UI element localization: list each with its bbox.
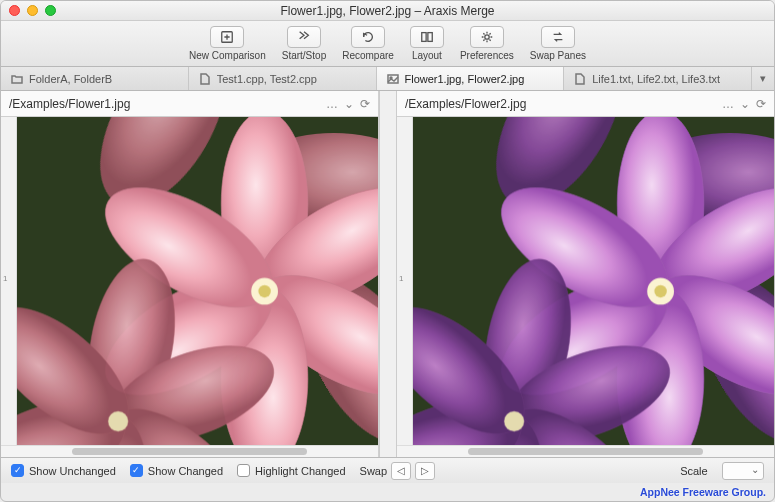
start-stop-button[interactable]: Start/Stop — [276, 24, 332, 63]
path-refresh-button[interactable]: ⟳ — [756, 97, 766, 111]
right-hscrollbar[interactable] — [397, 445, 774, 457]
right-pathbar: /Examples/Flower2.jpg … ⌄ ⟳ — [397, 91, 774, 117]
tab-label: Test1.cpp, Test2.cpp — [217, 73, 317, 85]
svg-rect-4 — [428, 33, 432, 42]
close-window-button[interactable] — [9, 5, 20, 16]
left-ruler: 1 — [1, 117, 17, 445]
svg-point-45 — [504, 411, 524, 431]
start-stop-icon — [287, 26, 321, 48]
left-path: /Examples/Flower1.jpg — [9, 97, 130, 111]
swap-panes-button[interactable]: Swap Panes — [524, 24, 592, 63]
tab-label: Life1.txt, Life2.txt, Life3.txt — [592, 73, 720, 85]
image-icon — [387, 73, 399, 85]
tab-tests[interactable]: Test1.cpp, Test2.cpp — [189, 67, 377, 90]
checkbox-icon — [237, 464, 250, 477]
left-image[interactable] — [17, 117, 378, 445]
new-comparison-button[interactable]: New Comparison — [183, 24, 272, 63]
show-unchanged-checkbox[interactable]: Show Unchanged — [11, 464, 116, 477]
scale-dropdown[interactable] — [722, 462, 764, 480]
layout-icon — [410, 26, 444, 48]
window-title: Flower1.jpg, Flower2.jpg – Araxis Merge — [1, 4, 774, 18]
tab-folders[interactable]: FolderA, FolderB — [1, 67, 189, 90]
maximize-window-button[interactable] — [45, 5, 56, 16]
left-pane: /Examples/Flower1.jpg … ⌄ ⟳ 1 — [1, 91, 379, 457]
svg-rect-3 — [422, 33, 426, 42]
left-hscrollbar[interactable] — [1, 445, 378, 457]
preferences-button[interactable]: Preferences — [454, 24, 520, 63]
checkbox-icon — [11, 464, 24, 477]
file-icon — [199, 73, 211, 85]
svg-point-5 — [485, 35, 489, 39]
tab-overflow-button[interactable]: ▾ — [752, 67, 774, 90]
swap-panes-icon — [541, 26, 575, 48]
footer: Show Unchanged Show Changed Highlight Ch… — [1, 457, 774, 483]
watermark: AppNee Freeware Group. — [640, 486, 766, 498]
pane-divider[interactable] — [379, 91, 397, 457]
minimize-window-button[interactable] — [27, 5, 38, 16]
tab-life[interactable]: Life1.txt, Life2.txt, Life3.txt — [564, 67, 752, 90]
tabbar: FolderA, FolderB Test1.cpp, Test2.cpp Fl… — [1, 67, 774, 91]
right-pane: /Examples/Flower2.jpg … ⌄ ⟳ 1 — [397, 91, 774, 457]
path-chevron-down-icon[interactable]: ⌄ — [344, 97, 354, 111]
swap-left-button[interactable]: ◁ — [391, 462, 411, 480]
layout-button[interactable]: Layout — [404, 24, 450, 63]
titlebar: Flower1.jpg, Flower2.jpg – Araxis Merge — [1, 1, 774, 21]
tab-label: FolderA, FolderB — [29, 73, 112, 85]
svg-point-19 — [258, 285, 270, 297]
tab-flowers[interactable]: Flower1.jpg, Flower2.jpg — [377, 67, 565, 90]
svg-point-38 — [654, 285, 666, 297]
highlight-changed-checkbox[interactable]: Highlight Changed — [237, 464, 346, 477]
right-path: /Examples/Flower2.jpg — [405, 97, 526, 111]
folder-icon — [11, 73, 23, 85]
swap-label: Swap — [360, 465, 388, 477]
traffic-lights — [9, 5, 56, 16]
comparison-area: /Examples/Flower1.jpg … ⌄ ⟳ 1 — [1, 91, 774, 457]
swap-right-button[interactable]: ▷ — [415, 462, 435, 480]
file-icon — [574, 73, 586, 85]
recompare-icon — [351, 26, 385, 48]
toolbar: New Comparison Start/Stop Recompare Layo… — [1, 21, 774, 67]
path-chevron-down-icon[interactable]: ⌄ — [740, 97, 750, 111]
path-refresh-button[interactable]: ⟳ — [360, 97, 370, 111]
left-pathbar: /Examples/Flower1.jpg … ⌄ ⟳ — [1, 91, 378, 117]
checkbox-icon — [130, 464, 143, 477]
path-more-button[interactable]: … — [722, 97, 734, 111]
show-changed-checkbox[interactable]: Show Changed — [130, 464, 223, 477]
scale-label: Scale — [680, 465, 708, 477]
new-comparison-icon — [210, 26, 244, 48]
path-more-button[interactable]: … — [326, 97, 338, 111]
right-ruler: 1 — [397, 117, 413, 445]
right-image[interactable] — [413, 117, 774, 445]
swap-group: Swap ◁ ▷ — [360, 462, 436, 480]
svg-point-26 — [108, 411, 128, 431]
gear-icon — [470, 26, 504, 48]
recompare-button[interactable]: Recompare — [336, 24, 400, 63]
tab-label: Flower1.jpg, Flower2.jpg — [405, 73, 525, 85]
